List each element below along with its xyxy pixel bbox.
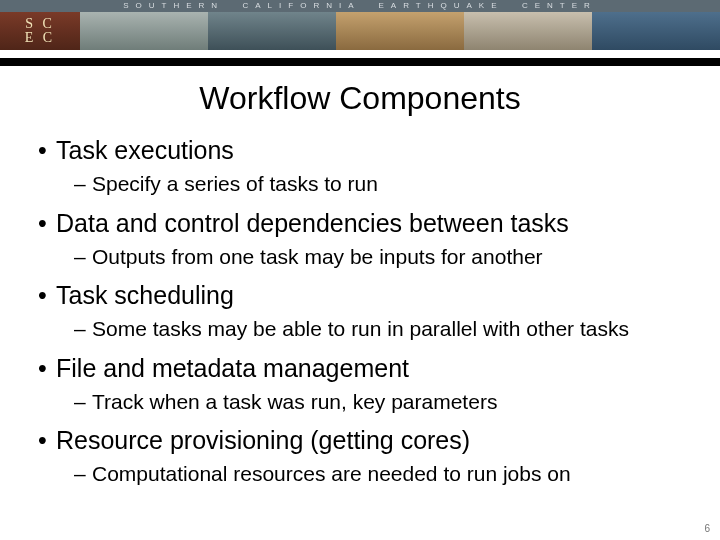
bullet-item: Task scheduling Some tasks may be able t…	[38, 280, 692, 343]
sub-bullet-list: Track when a task was run, key parameter…	[74, 388, 692, 415]
banner: SOUTHERN CALIFORNIA EARTHQUAKE CENTER S …	[0, 0, 720, 66]
banner-photo-5	[592, 12, 720, 50]
sub-bullet-item: Computational resources are needed to ru…	[74, 460, 692, 487]
slide-title: Workflow Components	[0, 80, 720, 117]
banner-photo-4	[464, 12, 592, 50]
banner-photo-3	[336, 12, 464, 50]
bullet-text: Task executions	[56, 136, 234, 164]
banner-image-strip	[80, 12, 720, 50]
banner-photo-1	[80, 12, 208, 50]
page-number: 6	[704, 523, 710, 534]
banner-org-text: SOUTHERN CALIFORNIA EARTHQUAKE CENTER	[0, 0, 720, 12]
sub-bullet-item: Outputs from one task may be inputs for …	[74, 243, 692, 270]
bullet-list: Task executions Specify a series of task…	[38, 135, 692, 488]
banner-photo-2	[208, 12, 336, 50]
sub-bullet-list: Computational resources are needed to ru…	[74, 460, 692, 487]
slide: SOUTHERN CALIFORNIA EARTHQUAKE CENTER S …	[0, 0, 720, 540]
logo-top: S C	[25, 17, 55, 31]
scec-logo: S C E C	[0, 12, 80, 50]
sub-bullet-item: Specify a series of tasks to run	[74, 170, 692, 197]
bullet-item: File and metadata management Track when …	[38, 353, 692, 416]
bullet-text: Task scheduling	[56, 281, 234, 309]
bullet-text: Resource provisioning (getting cores)	[56, 426, 470, 454]
sub-bullet-item: Some tasks may be able to run in paralle…	[74, 315, 692, 342]
bullet-text: File and metadata management	[56, 354, 409, 382]
banner-body: S C E C	[0, 12, 720, 50]
bullet-item: Data and control dependencies between ta…	[38, 208, 692, 271]
sub-bullet-item: Track when a task was run, key parameter…	[74, 388, 692, 415]
bullet-item: Task executions Specify a series of task…	[38, 135, 692, 198]
bullet-item: Resource provisioning (getting cores) Co…	[38, 425, 692, 488]
slide-content: Task executions Specify a series of task…	[0, 135, 720, 488]
sub-bullet-list: Specify a series of tasks to run	[74, 170, 692, 197]
sub-bullet-list: Some tasks may be able to run in paralle…	[74, 315, 692, 342]
bullet-text: Data and control dependencies between ta…	[56, 209, 569, 237]
sub-bullet-list: Outputs from one task may be inputs for …	[74, 243, 692, 270]
logo-bottom: E C	[25, 31, 55, 45]
